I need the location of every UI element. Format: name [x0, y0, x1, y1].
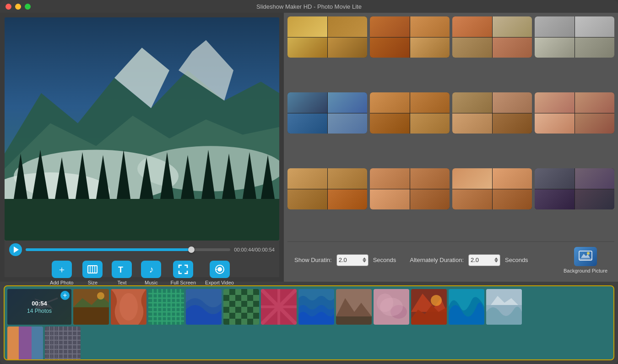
alt-duration-label: Alternately Duration: [410, 257, 464, 263]
toolbar: ＋ Add Photo Size [9, 258, 275, 288]
svg-rect-119 [19, 327, 32, 360]
filmstrip-thumb-4[interactable] [186, 289, 222, 325]
svg-rect-85 [229, 313, 235, 319]
add-photo-button[interactable]: ＋ Add Photo [50, 261, 73, 285]
progress-thumb[interactable] [188, 246, 195, 253]
svg-rect-89 [253, 313, 259, 319]
show-duration-up[interactable] [363, 257, 366, 260]
filmstrip-thumb-8[interactable] [336, 289, 372, 325]
filmstrip-thumb-9[interactable] [374, 289, 409, 325]
filmstrip-area: 00:54 14 Photos + [0, 282, 618, 364]
svg-rect-80 [235, 307, 241, 313]
alt-duration-unit: Seconds [505, 257, 528, 263]
alt-duration-up[interactable] [494, 257, 498, 260]
full-screen-button[interactable]: Full Screen [170, 261, 196, 285]
filmstrip-thumb-13[interactable] [7, 327, 43, 360]
play-button[interactable] [9, 243, 22, 256]
svg-point-42 [119, 293, 138, 321]
filmstrip-thumb-11[interactable] [449, 289, 484, 325]
svg-rect-78 [223, 307, 229, 313]
background-picture-icon [574, 247, 597, 266]
show-duration-spinner[interactable] [363, 257, 366, 262]
filmstrip-thumb-5[interactable] [223, 289, 259, 325]
show-duration-input[interactable]: 2.0 [336, 254, 369, 266]
filmstrip-thumb-6[interactable] [261, 289, 297, 325]
background-picture-button[interactable]: Background Picture [564, 247, 607, 273]
filmstrip-first-item[interactable]: 00:54 14 Photos + [7, 289, 71, 325]
svg-rect-63 [241, 289, 247, 295]
export-video-icon [210, 261, 230, 278]
svg-rect-69 [241, 295, 247, 301]
time-display: 00:00:44/00:00:54 [234, 247, 275, 252]
svg-rect-60 [223, 289, 229, 295]
preview-frame [5, 17, 279, 241]
transition-2[interactable] [370, 16, 450, 58]
full-screen-label: Full Screen [170, 280, 196, 285]
filmstrip-count: 14 Photos [27, 308, 52, 314]
size-button[interactable]: Size [82, 261, 103, 285]
filmstrip-thumb-2[interactable] [111, 289, 146, 325]
svg-rect-93 [241, 319, 247, 325]
svg-rect-88 [247, 313, 253, 319]
controls-area: 00:00:44/00:00:54 ＋ Add Photo [5, 241, 279, 277]
filmstrip-thumb-3[interactable] [148, 289, 184, 325]
transition-1[interactable] [287, 16, 367, 58]
svg-rect-8 [5, 199, 279, 241]
show-duration-down[interactable] [363, 260, 366, 262]
transition-10[interactable] [370, 168, 450, 209]
filmstrip-thumb-7[interactable] [298, 289, 334, 325]
alt-duration-input[interactable]: 2.0 [468, 254, 500, 266]
filmstrip-thumb-14[interactable] [45, 327, 81, 360]
export-video-button[interactable]: Export Video [205, 261, 234, 285]
app-title: Slideshow Maker HD - Photo Movie Lite [256, 3, 362, 10]
minimize-button[interactable] [15, 4, 21, 10]
svg-rect-31 [579, 258, 592, 260]
transition-8[interactable] [535, 92, 614, 134]
filmstrip-add-button[interactable]: + [60, 291, 70, 300]
filmstrip-thumb-10[interactable] [411, 289, 447, 325]
full-screen-icon [173, 261, 193, 278]
video-preview[interactable] [5, 17, 279, 241]
text-icon: T [112, 261, 132, 278]
music-label: Music [145, 280, 158, 285]
filmstrip-thumb-1[interactable] [73, 289, 109, 325]
transition-5[interactable] [287, 92, 367, 134]
alt-duration-spinner[interactable] [494, 257, 498, 262]
svg-point-108 [380, 298, 403, 316]
close-button[interactable] [5, 4, 11, 10]
svg-rect-81 [241, 307, 247, 313]
window-controls[interactable] [5, 4, 31, 10]
transition-11[interactable] [452, 168, 532, 209]
music-icon: ♪ [141, 261, 161, 278]
alt-duration-down[interactable] [494, 260, 498, 262]
svg-rect-104 [336, 316, 372, 325]
alt-duration-row: Alternately Duration: 2.0 Seconds [410, 254, 528, 266]
transitions-grid [287, 16, 614, 241]
svg-rect-92 [235, 319, 241, 325]
maximize-button[interactable] [25, 4, 31, 10]
progress-track[interactable] [26, 248, 230, 251]
transition-7[interactable] [452, 92, 532, 134]
svg-point-33 [587, 252, 590, 255]
svg-rect-82 [247, 307, 253, 313]
filmstrip-thumb-12[interactable] [486, 289, 522, 325]
transition-4[interactable] [535, 16, 614, 58]
filmstrip-row-2 [7, 327, 611, 360]
music-button[interactable]: ♪ Music [141, 261, 161, 285]
svg-rect-86 [235, 313, 241, 319]
svg-point-28 [218, 268, 222, 271]
transition-3[interactable] [452, 16, 532, 58]
svg-rect-76 [247, 301, 253, 307]
transition-6[interactable] [370, 92, 450, 134]
transition-12[interactable] [535, 168, 614, 209]
text-label: Text [117, 280, 126, 285]
size-label: Size [88, 280, 98, 285]
svg-point-112 [431, 295, 442, 306]
svg-rect-65 [253, 289, 259, 295]
fullscreen-svg [178, 264, 189, 275]
svg-rect-67 [229, 295, 235, 301]
text-button[interactable]: T Text [112, 261, 132, 285]
add-photo-icon: ＋ [52, 261, 72, 278]
preview-panel: 00:00:44/00:00:54 ＋ Add Photo [0, 13, 284, 282]
transition-9[interactable] [287, 168, 367, 209]
